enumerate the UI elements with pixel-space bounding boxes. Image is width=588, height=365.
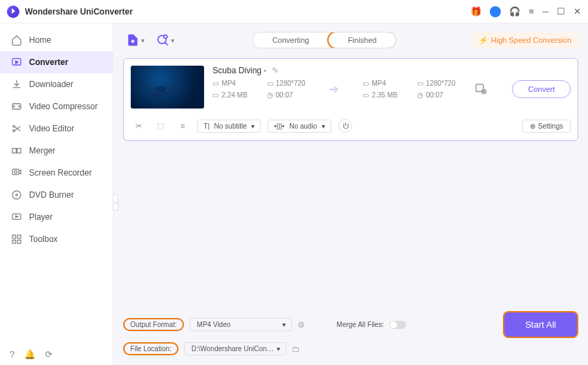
src-res: 1280*720 bbox=[276, 79, 306, 87]
res-icon: ▭ bbox=[267, 79, 273, 87]
merge-toggle[interactable] bbox=[389, 321, 406, 329]
toolbox-icon bbox=[11, 234, 22, 245]
size-icon: ▭ bbox=[362, 91, 369, 99]
subtitle-value: No subtitle bbox=[214, 122, 247, 130]
avatar-icon[interactable] bbox=[490, 6, 501, 17]
edit-icon[interactable]: ✎ bbox=[272, 66, 279, 75]
output-format-select[interactable]: MP4 Video▾ bbox=[190, 318, 292, 331]
sidebar-item-label: Player bbox=[29, 212, 53, 222]
settings-label: Settings bbox=[538, 122, 563, 130]
bell-icon[interactable]: 🔔 bbox=[24, 349, 35, 359]
help-icon[interactable]: ? bbox=[10, 349, 15, 359]
collapse-handle[interactable]: ‹ bbox=[113, 194, 118, 211]
sidebar-item-converter[interactable]: Converter bbox=[0, 51, 113, 73]
lightning-icon: ⚡ bbox=[479, 36, 488, 45]
merger-icon bbox=[11, 145, 22, 156]
svg-point-7 bbox=[15, 171, 17, 174]
info-icon[interactable]: ⏻ bbox=[338, 119, 352, 133]
chevron-down-icon: ▾ bbox=[171, 37, 174, 44]
svg-point-3 bbox=[13, 130, 15, 132]
add-file-icon bbox=[126, 33, 140, 47]
add-file-button[interactable]: ▾ bbox=[123, 30, 147, 50]
svg-point-2 bbox=[13, 125, 15, 127]
compressor-icon bbox=[11, 101, 22, 112]
add-url-icon bbox=[156, 33, 169, 47]
arrow-right-icon: ➔ bbox=[329, 82, 339, 97]
audio-value: No audio bbox=[289, 122, 317, 130]
dst-format: MP4 bbox=[371, 79, 386, 87]
svg-rect-12 bbox=[17, 235, 21, 238]
sidebar-item-label: Merger bbox=[29, 146, 55, 156]
recorder-icon bbox=[11, 167, 22, 178]
settings-button[interactable]: ⊕Settings bbox=[522, 120, 571, 133]
tab-converting[interactable]: Converting bbox=[253, 32, 329, 48]
sidebar-item-label: Video Compressor bbox=[29, 102, 98, 111]
sidebar-item-downloader[interactable]: Downloader bbox=[0, 73, 113, 95]
maximize-icon[interactable]: ☐ bbox=[557, 6, 565, 17]
app-title: Wondershare UniConverter bbox=[25, 7, 470, 17]
trim-icon[interactable]: ✂ bbox=[131, 118, 146, 133]
sidebar-item-dvd[interactable]: DVD Burner bbox=[0, 184, 113, 206]
menu-icon[interactable]: ≡ bbox=[529, 6, 534, 17]
chevron-down-icon: ▾ bbox=[282, 321, 286, 328]
sync-icon[interactable]: ⟳ bbox=[45, 349, 53, 359]
sidebar-item-merger[interactable]: Merger bbox=[0, 140, 113, 162]
download-icon bbox=[11, 79, 22, 90]
sidebar-item-label: Screen Recorder bbox=[29, 168, 92, 178]
file-location-label: File Location: bbox=[123, 342, 178, 355]
file-location-value: D:\Wondershare UniConverter 1 bbox=[192, 345, 275, 353]
svg-rect-6 bbox=[12, 169, 19, 175]
headset-icon[interactable]: 🎧 bbox=[509, 6, 520, 17]
tab-finished[interactable]: Finished bbox=[327, 32, 397, 48]
src-dur: 00:07 bbox=[276, 91, 293, 99]
effects-icon[interactable]: ≡ bbox=[175, 118, 190, 133]
src-format: MP4 bbox=[221, 79, 236, 87]
sidebar-item-label: DVD Burner bbox=[29, 190, 74, 200]
dst-dur: 00:07 bbox=[426, 91, 443, 99]
sidebar-item-recorder[interactable]: Screen Recorder bbox=[0, 162, 113, 184]
sidebar-item-label: Converter bbox=[29, 57, 68, 67]
close-icon[interactable]: ✕ bbox=[573, 6, 581, 17]
svg-rect-13 bbox=[12, 240, 16, 243]
format-icon: ▭ bbox=[212, 79, 219, 87]
output-settings-icon[interactable] bbox=[475, 82, 487, 96]
audio-select[interactable]: •|||•No audio▾ bbox=[268, 120, 331, 133]
sidebar-item-label: Home bbox=[29, 35, 51, 45]
sidebar-item-home[interactable]: Home bbox=[0, 29, 113, 51]
sidebar-item-player[interactable]: Player bbox=[0, 206, 113, 228]
sidebar-item-toolbox[interactable]: Toolbox bbox=[0, 228, 113, 250]
chevron-down-icon: ▾ bbox=[251, 122, 255, 130]
svg-point-8 bbox=[12, 191, 21, 199]
svg-rect-11 bbox=[12, 235, 16, 238]
start-all-button[interactable]: Start All bbox=[503, 311, 578, 338]
minimize-icon[interactable]: ─ bbox=[542, 6, 549, 17]
sidebar-item-label: Toolbox bbox=[29, 234, 57, 244]
chevron-down-icon: ▾ bbox=[322, 122, 325, 130]
high-speed-label: High Speed Conversion bbox=[491, 36, 571, 44]
subtitle-select[interactable]: T|No subtitle▾ bbox=[197, 120, 261, 133]
file-title: Scuba Diving - bbox=[212, 66, 266, 75]
add-url-button[interactable]: ▾ bbox=[153, 30, 177, 50]
svg-rect-4 bbox=[12, 149, 16, 153]
res-icon: ▭ bbox=[417, 79, 423, 87]
file-location-select[interactable]: D:\Wondershare UniConverter 1▾ bbox=[184, 342, 286, 355]
video-thumbnail[interactable] bbox=[131, 66, 204, 109]
sidebar-item-compressor[interactable]: Video Compressor bbox=[0, 95, 113, 118]
clock-icon: ◷ bbox=[417, 91, 423, 99]
clock-icon: ◷ bbox=[267, 91, 273, 99]
sidebar-item-editor[interactable]: Video Editor bbox=[0, 118, 113, 140]
converter-icon bbox=[11, 57, 22, 68]
high-speed-button[interactable]: ⚡High Speed Conversion bbox=[472, 32, 578, 48]
gift-icon[interactable]: 🎁 bbox=[470, 6, 481, 17]
src-size: 2.24 MB bbox=[221, 91, 247, 99]
crop-icon[interactable]: ⬚ bbox=[153, 118, 168, 133]
convert-button[interactable]: Convert bbox=[512, 80, 571, 98]
svg-point-9 bbox=[16, 194, 18, 196]
scissors-icon bbox=[11, 123, 22, 134]
folder-icon[interactable]: 🗀 bbox=[292, 344, 300, 354]
home-icon bbox=[11, 35, 22, 46]
content-area: ▾ ▾ Converting Finished ⚡High Speed Conv… bbox=[113, 24, 588, 365]
app-logo bbox=[7, 6, 19, 18]
format-settings-icon[interactable]: ⚙ bbox=[297, 320, 305, 330]
size-icon: ▭ bbox=[212, 91, 219, 99]
